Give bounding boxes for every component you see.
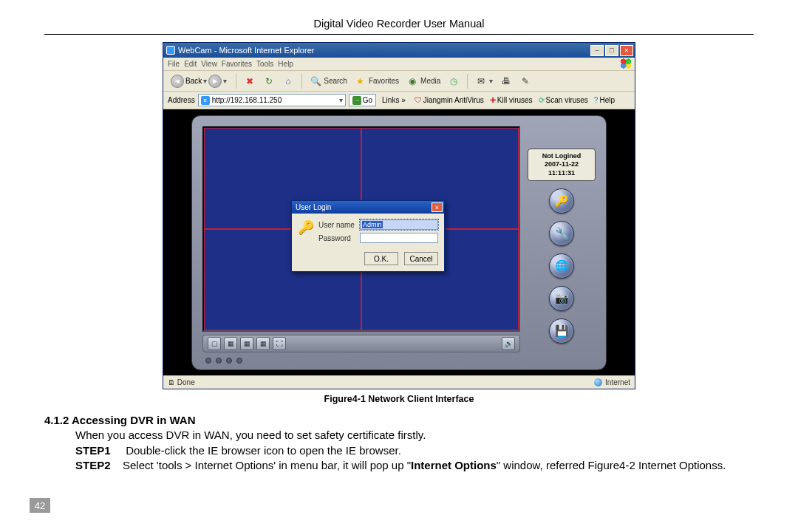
section-heading: 4.1.2 Accessing DVR in WAN bbox=[44, 413, 754, 428]
scan-viruses-link[interactable]: ⟳Scan viruses bbox=[539, 96, 588, 104]
edit-button[interactable]: ✎ bbox=[518, 74, 533, 89]
search-button[interactable]: 🔍Search bbox=[308, 74, 349, 89]
username-label: User name bbox=[318, 221, 357, 229]
layout-sixteen-button[interactable]: ▦ bbox=[256, 337, 270, 350]
ie-addressbar: Address e http://192.168.11.250 ▾ →Go Li… bbox=[163, 92, 635, 109]
status-left: Done bbox=[177, 378, 195, 386]
home-button[interactable]: ⌂ bbox=[281, 74, 296, 89]
forward-button[interactable]: ► bbox=[208, 75, 222, 88]
browse-button[interactable]: 🌐 bbox=[549, 253, 574, 279]
ie-content-area: User Login × 🔑 User name Admin bbox=[163, 109, 635, 375]
media-label: Media bbox=[420, 77, 440, 85]
key-icon: 🔑 bbox=[555, 194, 569, 208]
address-value: http://192.168.11.250 bbox=[212, 96, 282, 104]
dot-4 bbox=[236, 358, 242, 364]
login-ok-button[interactable]: O.K. bbox=[364, 252, 398, 265]
print-icon: 🖶 bbox=[500, 75, 512, 87]
print-button[interactable]: 🖶 bbox=[499, 74, 514, 89]
page-icon: e bbox=[201, 96, 210, 105]
disk-icon: 💾 bbox=[555, 324, 569, 338]
ie-window: WebCam - Microsoft Internet Explorer – □… bbox=[163, 42, 635, 389]
layout-nine-button[interactable]: ▦ bbox=[240, 337, 253, 350]
page-number: 42 bbox=[30, 498, 50, 513]
status-right: Internet bbox=[605, 378, 630, 386]
refresh-button[interactable]: ↻ bbox=[262, 74, 276, 89]
step2-bold: Internet Options bbox=[411, 459, 497, 471]
dot-1 bbox=[205, 358, 211, 364]
search-label: Search bbox=[324, 77, 347, 85]
fullscreen-button[interactable]: ⛶ bbox=[273, 337, 286, 350]
wrench-icon: 🔧 bbox=[555, 227, 569, 240]
refresh-icon: ↻ bbox=[263, 75, 275, 87]
layout-single-button[interactable]: ▢ bbox=[208, 337, 221, 350]
edit-icon: ✎ bbox=[519, 75, 531, 87]
history-button[interactable]: ◷ bbox=[446, 74, 461, 89]
search-icon: 🔍 bbox=[310, 75, 321, 87]
back-label: Back bbox=[185, 77, 202, 85]
video-grid: User Login × 🔑 User name Admin bbox=[202, 126, 520, 332]
status-time: 11:11:31 bbox=[548, 169, 575, 177]
back-button[interactable]: ◄ bbox=[171, 75, 184, 88]
menu-edit[interactable]: Edit bbox=[184, 60, 197, 68]
windows-flag-icon bbox=[620, 58, 632, 69]
go-label: Go bbox=[363, 96, 372, 104]
status-date: 2007-11-22 bbox=[545, 160, 579, 168]
key-button[interactable]: 🔑 bbox=[549, 188, 574, 214]
menu-help[interactable]: Help bbox=[278, 60, 293, 68]
done-icon: 🗎 bbox=[168, 378, 175, 386]
section-intro: When you access DVR in WAN, you need to … bbox=[75, 428, 754, 443]
help-link[interactable]: ?Help bbox=[594, 96, 615, 104]
volume-button[interactable]: 🔊 bbox=[502, 337, 515, 350]
login-status-text: Not Logined bbox=[542, 152, 582, 160]
client-side-panel: Not Logined 2007-11-22 11:11:31 🔑 🔧 🌐 📷 … bbox=[528, 126, 596, 359]
page-header-title: Digital Video Recorder User Manual bbox=[44, 18, 754, 35]
links-label[interactable]: Links » bbox=[382, 96, 406, 104]
step1-text: Double-click the IE browser icon to open… bbox=[126, 444, 401, 457]
mail-button[interactable]: ✉▾ bbox=[474, 74, 494, 89]
login-cancel-button[interactable]: Cancel bbox=[404, 252, 438, 265]
globe-icon: 🌐 bbox=[555, 259, 569, 273]
menu-view[interactable]: View bbox=[201, 60, 217, 68]
kill-viruses-link[interactable]: ✚Kill viruses bbox=[490, 96, 533, 104]
ie-window-title: WebCam - Microsoft Internet Explorer bbox=[178, 46, 314, 55]
media-button[interactable]: ◉Media bbox=[405, 74, 442, 89]
figure-screenshot: WebCam - Microsoft Internet Explorer – □… bbox=[163, 42, 635, 389]
login-close-button[interactable]: × bbox=[432, 202, 443, 212]
maximize-button[interactable]: □ bbox=[605, 45, 618, 56]
favorites-button[interactable]: ★Favorites bbox=[353, 74, 400, 89]
star-icon: ★ bbox=[355, 75, 366, 87]
login-dialog: User Login × 🔑 User name Admin bbox=[291, 200, 445, 272]
ie-menubar: File Edit View Favorites Tools Help bbox=[163, 58, 635, 71]
stop-icon: ✖ bbox=[244, 75, 256, 87]
step1-label: STEP1 bbox=[75, 443, 123, 458]
minimize-button[interactable]: – bbox=[590, 45, 604, 56]
menu-file[interactable]: File bbox=[168, 60, 180, 68]
history-icon: ◷ bbox=[448, 75, 460, 87]
bug-icon: ✚ bbox=[490, 96, 496, 104]
snapshot-button[interactable]: 📷 bbox=[549, 286, 574, 311]
step2-text-b: " window, referred Figure4-2 Internet Op… bbox=[497, 459, 726, 471]
settings-button[interactable]: 🔧 bbox=[549, 221, 574, 246]
menu-tools[interactable]: Tools bbox=[256, 60, 273, 68]
favorites-label: Favorites bbox=[369, 77, 399, 85]
address-input[interactable]: e http://192.168.11.250 ▾ bbox=[198, 94, 346, 106]
menu-favorites[interactable]: Favorites bbox=[222, 60, 252, 68]
password-label: Password bbox=[318, 234, 357, 242]
help-icon: ? bbox=[594, 96, 598, 104]
password-input[interactable] bbox=[360, 233, 438, 243]
record-button[interactable]: 💾 bbox=[549, 318, 574, 344]
stop-button[interactable]: ✖ bbox=[242, 74, 257, 89]
step2-label: STEP2 bbox=[75, 458, 123, 473]
address-label: Address bbox=[168, 96, 195, 104]
close-button[interactable]: × bbox=[620, 45, 633, 56]
shield-icon: 🛡 bbox=[415, 96, 422, 104]
go-button[interactable]: →Go bbox=[349, 94, 376, 106]
layout-quad-button[interactable]: ▦ bbox=[224, 337, 237, 350]
scan-icon: ⟳ bbox=[539, 96, 545, 104]
username-input[interactable]: Admin bbox=[360, 219, 438, 230]
antivirus-link[interactable]: 🛡Jiangmin AntiVirus bbox=[415, 96, 484, 104]
ie-toolbar: ◄ Back ▾ ► ▾ ✖ ↻ ⌂ 🔍Search ★Favorites ◉M… bbox=[163, 71, 635, 92]
mail-icon: ✉ bbox=[475, 75, 487, 87]
ie-titlebar: WebCam - Microsoft Internet Explorer – □… bbox=[163, 43, 635, 58]
figure-caption: Figure4-1 Network Client Interface bbox=[44, 394, 754, 404]
